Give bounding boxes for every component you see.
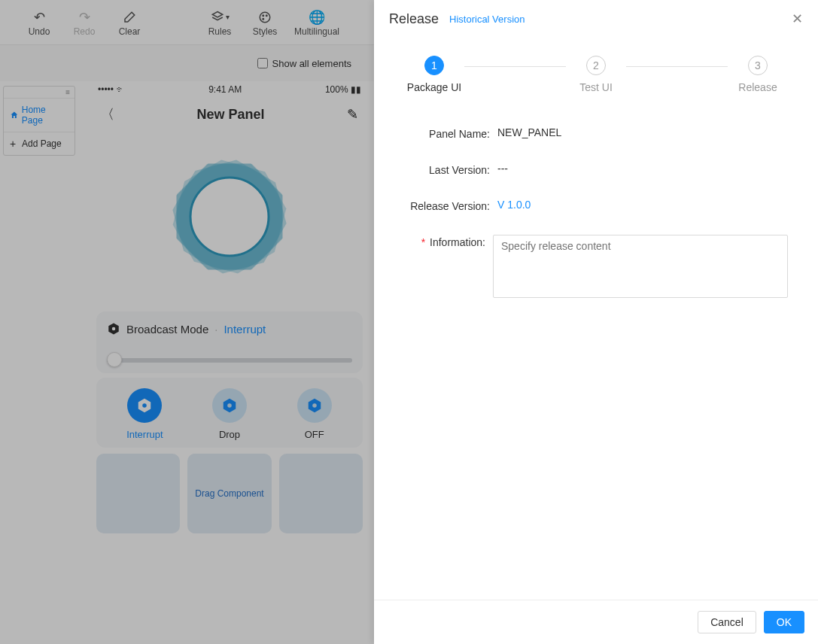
historical-version-link[interactable]: Historical Version [449,14,525,25]
ok-button[interactable]: OK [764,611,804,633]
step-label: Release [738,81,777,93]
step-test-ui: 2 Test UI [566,56,626,93]
step-connector [464,66,566,67]
step-package-ui: 1 Package UI [404,56,464,93]
release-version-label: Release Version: [392,199,497,214]
step-label: Test UI [579,81,613,93]
step-release: 3 Release [728,56,788,93]
step-connector [626,66,728,67]
information-textarea[interactable] [493,235,788,298]
close-icon[interactable]: ✕ [792,11,803,27]
release-form: Panel Name: NEW_PANEL Last Version: --- … [374,102,818,334]
drawer-footer: Cancel OK [374,600,818,644]
panel-name-label: Panel Name: [392,126,497,141]
information-label: * Information: [392,235,493,250]
step-number: 2 [586,56,606,75]
release-drawer: Release Historical Version ✕ 1 Package U… [374,0,818,644]
cancel-button[interactable]: Cancel [698,611,756,633]
step-number: 3 [748,56,768,75]
panel-name-value: NEW_PANEL [497,126,561,138]
step-label: Package UI [407,81,461,93]
last-version-value: --- [497,163,508,175]
drawer-title: Release [389,11,439,27]
release-version-value[interactable]: V 1.0.0 [497,199,531,211]
last-version-label: Last Version: [392,163,497,178]
step-number: 1 [424,56,444,75]
steps-indicator: 1 Package UI 2 Test UI 3 Release [374,38,818,102]
